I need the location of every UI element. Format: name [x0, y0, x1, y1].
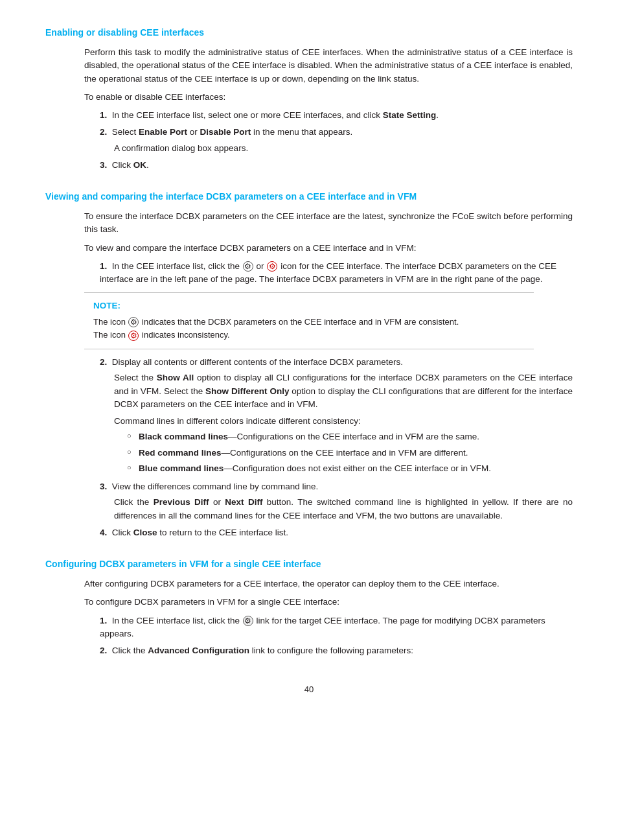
color-bullet-list: Black command lines—Configurations on th… [127, 430, 573, 475]
gear-icon-1: ⚙ [243, 261, 253, 272]
gear-icon-3: ⚙ [243, 616, 253, 626]
steps-list-1: 1. In the CEE interface list, select one… [84, 109, 573, 172]
step-num: 2. [100, 127, 107, 137]
gear-icon-2: ⚙ [267, 261, 277, 272]
step-3-1: 1. In the CEE interface list, click the … [97, 614, 573, 641]
para-1-1: Perform this task to modify the administ… [84, 46, 573, 86]
steps-list-3: 1. In the CEE interface list, click the … [84, 614, 573, 658]
para-3-1: After configuring DCBX parameters for a … [84, 578, 573, 590]
note-gear-2: ⚙ [128, 331, 139, 341]
para-1-2: To enable or disable CEE interfaces: [84, 91, 573, 104]
note-content: The icon ⚙ indicates that the DCBX param… [93, 316, 525, 343]
step-1-1: 1. In the CEE interface list, select one… [97, 109, 573, 122]
bullet-blue: Blue command lines—Configuration does no… [127, 462, 573, 475]
para-2-1: To ensure the interface DCBX parameters … [84, 210, 573, 237]
note-label: NOTE: [93, 299, 525, 312]
step-3-2: 2. Click the Advanced Configuration link… [97, 644, 573, 657]
section-viewing-comparing: Viewing and comparing the interface DCBX… [45, 190, 573, 539]
section-title-3: Configuring DCBX parameters in VFM for a… [45, 557, 573, 571]
para-3-2: To configure DCBX parameters in VFM for … [84, 596, 573, 609]
step-2-4: 4. Click Close to return to the CEE inte… [97, 526, 573, 539]
para-2-2: To view and compare the interface DCBX p… [84, 242, 573, 255]
section-configuring-dcbx: Configuring DCBX parameters in VFM for a… [45, 557, 573, 657]
section-title-2: Viewing and comparing the interface DCBX… [45, 190, 573, 204]
note-line-2: The icon ⚙ indicates inconsistency. [93, 330, 230, 340]
step-2-3: 3. View the differences command line by … [97, 480, 573, 522]
step-1-3: 3. Click OK. [97, 159, 573, 172]
steps-list-2: 1. In the CEE interface list, click the … [84, 260, 573, 286]
section-enabling-disabling: Enabling or disabling CEE interfaces Per… [45, 26, 573, 172]
bullet-red: Red command lines—Configurations on the … [127, 447, 573, 460]
note-gear-1: ⚙ [128, 317, 139, 327]
steps-list-2b: 2. Display all contents or different con… [84, 356, 573, 539]
step-2-1: 1. In the CEE interface list, click the … [97, 260, 573, 286]
step-1-2: 2. Select Enable Port or Disable Port in… [97, 126, 573, 155]
section-title-1: Enabling or disabling CEE interfaces [45, 26, 573, 40]
step-2-2: 2. Display all contents or different con… [97, 356, 573, 475]
bullet-black: Black command lines—Configurations on th… [127, 430, 573, 443]
note-line-1: The icon ⚙ indicates that the DCBX param… [93, 317, 459, 327]
page-number: 40 [45, 683, 573, 696]
note-box: NOTE: The icon ⚙ indicates that the DCBX… [84, 292, 534, 349]
step-num: 1. [100, 110, 107, 120]
step-num: 3. [100, 160, 107, 170]
